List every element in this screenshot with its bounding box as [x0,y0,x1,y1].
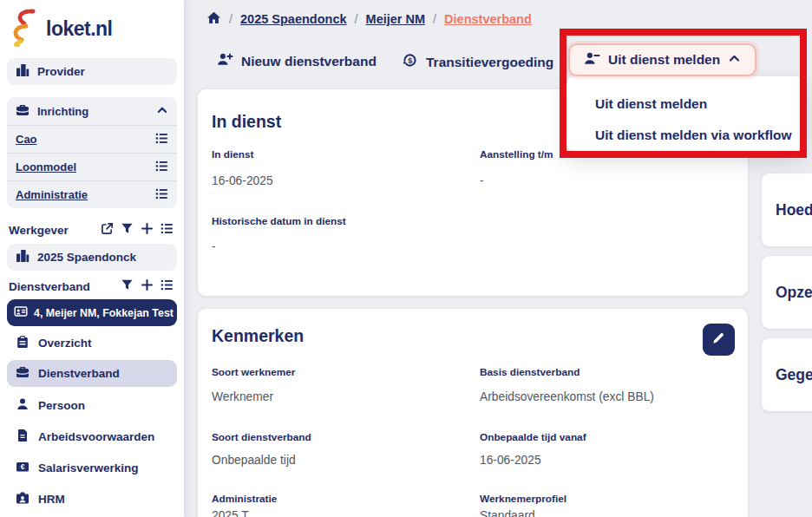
card-title: Kenmerken [212,326,304,346]
out-of-service-dropdown: Uit dienst melden Uit dienst melden via … [566,76,802,151]
sidebar-item-label: Dienstverband [38,367,120,380]
sidebar-item-employee-selected[interactable]: 4, Meijer NM, Fokkejan Test [7,299,177,326]
list-icon[interactable] [160,278,174,294]
sidebar-item-overzicht[interactable]: Overzicht [7,330,177,355]
field-value: - [480,174,484,187]
breadcrumb-item-current[interactable]: Dienstverband [444,12,532,26]
chevron-up-icon[interactable] [156,104,168,119]
briefcase-icon [16,365,29,382]
sidebar-item-label: Persoon [38,399,85,412]
breadcrumb: / 2025 Spaendonck / Meijer NM / Dienstve… [206,10,532,28]
report-out-of-service-button[interactable]: Uit dienst melden [568,43,756,76]
breadcrumb-separator: / [355,12,358,26]
sidebar-item-label: Inrichting [37,105,88,118]
organization-icon [16,63,29,80]
list-icon[interactable] [155,132,168,147]
sidebar-item-dienstverband[interactable]: Dienstverband [7,360,177,387]
field-label: Werknemerprofiel [480,493,566,505]
list-icon[interactable] [155,160,168,175]
field-value: 16-06-2025 [480,454,541,467]
side-card-opze[interactable]: Opze [762,256,812,329]
logo-text: loket.nl [46,17,113,41]
plus-icon[interactable] [141,278,154,294]
filter-icon[interactable] [121,222,134,238]
organization-icon [16,249,29,265]
field-label: Administratie [212,493,277,505]
sidebar: loket.nl Provider Inrichting Cao Loonmo [0,0,184,517]
breadcrumb-separator: / [229,12,232,26]
section-label: Dienstverband [9,280,90,293]
sidebar-item-provider[interactable]: Provider [7,58,177,85]
sidebar-item-inrichting[interactable]: Inrichting [7,97,177,125]
sidebar-link-label: Administratie [16,188,88,201]
svg-text:€: € [21,462,25,471]
werkgever-section-header: Werkgever [9,222,174,238]
hrm-person-badge-icon [16,491,29,507]
list-icon[interactable] [155,187,168,203]
chevron-up-icon [728,52,741,69]
field-value: Standaard [480,509,535,517]
field-value: Onbepaalde tijd [212,454,296,467]
sidebar-item-persoon[interactable]: Persoon [7,393,177,417]
sidebar-link-label: Cao [16,133,37,146]
sidebar-group-inrichting: Inrichting Cao Loonmodel Administratie [7,97,177,208]
field-label: Historische datum in dienst [212,215,346,227]
field-label: Aanstelling t/m [480,148,553,160]
breadcrumb-item-employee[interactable]: Meijer NM [366,12,426,26]
side-card-hoed[interactable]: Hoed [762,173,812,246]
breadcrumb-separator: / [433,12,436,26]
side-card-label: Gege [776,366,812,384]
briefcase-icon [16,103,29,120]
list-icon[interactable] [160,222,174,238]
sidebar-item-label: Arbeidsvoorwaarden [38,430,154,443]
id-card-icon [14,304,28,321]
sidebar-item-werkgever-selected[interactable]: 2025 Spaendonck [7,244,177,271]
field-value: - [212,240,216,253]
section-label: Werkgever [9,224,69,237]
breadcrumb-item-werkgever[interactable]: 2025 Spaendonck [240,12,347,26]
field-label: Onbepaalde tijd vanaf [480,431,586,443]
sidebar-item-label: Provider [37,65,85,78]
sidebar-item-label: Salarisverwerking [38,461,139,474]
dropdown-item-uit-dienst-melden-workflow[interactable]: Uit dienst melden via workflow [566,120,802,151]
sidebar-item-label: 2025 Spaendonck [37,251,136,264]
sidebar-item-hrm[interactable]: HRM [7,487,177,511]
sidebar-item-label: 4, Meijer NM, Fokkejan Test [34,307,174,319]
button-label: Uit dienst melden [608,52,720,68]
pencil-icon [711,330,726,349]
home-icon[interactable] [206,10,221,28]
field-label: In dienst [212,148,254,160]
sidebar-link-cao[interactable]: Cao [7,125,177,153]
sidebar-item-label: HRM [38,493,65,506]
edit-button[interactable] [703,324,735,356]
button-label: Nieuw dienstverband [241,54,377,69]
filter-icon[interactable] [121,278,134,294]
person-icon [16,397,29,414]
field-value: 16-06-2025 [212,174,273,187]
sidebar-link-label: Loonmodel [16,160,76,173]
loket-logo[interactable]: loket.nl [7,7,113,50]
field-value: 2025 T [212,509,249,517]
field-value: Werknemer [212,390,273,403]
external-link-icon[interactable] [101,222,114,238]
kenmerken-card: Kenmerken Soort werknemer Basis dienstve… [198,309,748,517]
person-minus-icon [584,51,600,69]
transition-payment-button[interactable]: $ Transitievergoeding [402,52,553,72]
side-card-label: Hoed [776,201,812,219]
dienstverband-section-header: Dienstverband [9,278,174,294]
sidebar-link-administratie[interactable]: Administratie [7,180,177,208]
button-label: Transitievergoeding [426,55,553,70]
card-title: In dienst [212,112,281,132]
field-label: Soort dienstverband [212,431,311,443]
new-employment-button[interactable]: Nieuw dienstverband [217,52,377,70]
person-plus-icon [217,52,233,70]
plus-icon[interactable] [141,222,154,238]
field-value: Arbeidsovereenkomst (excl BBL) [480,390,654,403]
sidebar-item-arbeidsvoorwaarden[interactable]: Arbeidsvoorwaarden [7,424,177,448]
sidebar-item-salarisverwerking[interactable]: € Salarisverwerking [7,455,177,480]
sidebar-link-loonmodel[interactable]: Loonmodel [7,153,177,180]
side-card-gege[interactable]: Gege [762,338,812,411]
document-icon [16,429,29,445]
dropdown-item-uit-dienst-melden[interactable]: Uit dienst melden [566,88,802,120]
field-label: Basis dienstverband [480,366,580,378]
